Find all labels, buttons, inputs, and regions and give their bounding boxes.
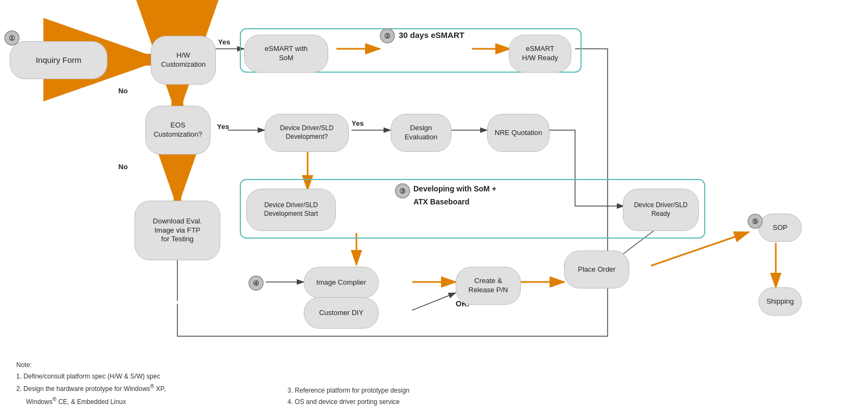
step3-sub: ATX Baseboard — [413, 197, 469, 206]
step2-title: 30 days eSMART — [399, 30, 464, 40]
notes-right-section: 3. Reference platform for prototype desi… — [288, 385, 410, 407]
dd-dev-start-node: Device Driver/SLDDevelopment Start — [246, 189, 336, 231]
yes-label-1: Yes — [218, 38, 230, 46]
badge-4: ④ — [248, 275, 264, 291]
create-release-pn-node: Create &Release P/N — [456, 267, 521, 305]
badge-3: ③ — [395, 183, 410, 198]
design-evaluation-node: DesignEvaluation — [391, 114, 451, 152]
notes-item-1: 1. Define/consult platform spec (H/W & S… — [16, 371, 165, 382]
download-eval-node: Download Eval.Image via FTPfor Testing — [135, 201, 220, 260]
no-label-1: No — [118, 87, 127, 95]
sop-node: SOP — [758, 214, 802, 242]
diagram-container: ① Inquiry Form H/WCustomization Yes No E… — [0, 0, 868, 417]
badge-5: ⑤ — [748, 214, 763, 229]
inquiry-form-node: Inquiry Form — [10, 41, 107, 79]
notes-header: Note: — [16, 360, 165, 370]
dd-ready-node: Device Driver/SLDReady — [623, 189, 699, 231]
notes-item-2: 2. Design the hardware prototype for Win… — [16, 382, 165, 394]
nre-quotation-node: NRE Quotation — [487, 114, 550, 152]
customer-diy-node: Customer DIY — [304, 297, 379, 329]
esmart-som-node: eSMART withSoM — [244, 35, 328, 73]
image-compiler-node: Image Complier — [304, 267, 379, 298]
eos-customization-node: EOSCustomization? — [145, 106, 210, 155]
notes-item-3: Windows® CE, & Embedded Linux — [16, 395, 165, 407]
place-order-node: Place Order — [564, 251, 629, 288]
hw-customization-node: H/WCustomization — [151, 36, 216, 85]
step3-title: Developing with SoM + — [413, 184, 496, 193]
device-driver-dev-node: Device Driver/SLDDevelopment? — [265, 114, 349, 152]
notes-right-item-2: 4. OS and device driver porting service — [288, 396, 410, 407]
badge-2: ② — [380, 28, 395, 43]
notes-section: Note: 1. Define/consult platform spec (H… — [16, 360, 165, 407]
no-label-2: No — [118, 163, 127, 171]
yes-label-2: Yes — [217, 123, 229, 131]
esmart-hw-ready-node: eSMARTH/W Ready — [509, 35, 571, 73]
shipping-node: Shipping — [758, 287, 802, 316]
badge-1: ① — [4, 30, 20, 46]
svg-line-12 — [412, 293, 456, 310]
yes-label-3: Yes — [352, 119, 363, 127]
notes-right-item-1: 3. Reference platform for prototype desi… — [288, 385, 410, 396]
